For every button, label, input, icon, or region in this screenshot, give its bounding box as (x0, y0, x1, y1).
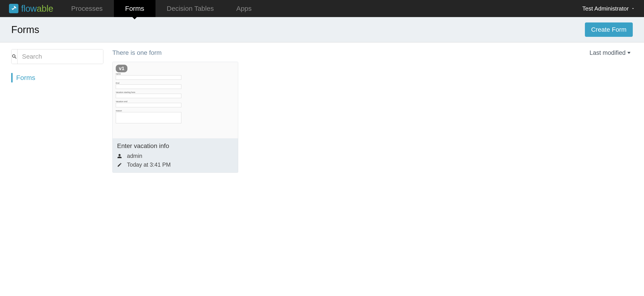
search-input[interactable] (18, 49, 103, 64)
results-count: There is one form (112, 49, 162, 56)
preview-field-box (116, 103, 181, 107)
nav-tab-decision-tables[interactable]: Decision Tables (156, 0, 225, 17)
brand-logo-icon (9, 4, 18, 13)
user-icon (117, 154, 127, 159)
user-menu-label: Test Administrator (582, 5, 629, 12)
top-navbar: flowable Processes Forms Decision Tables… (0, 0, 644, 17)
search-box (11, 49, 103, 64)
preview-field-box (116, 84, 181, 89)
preview-field-label: name (116, 73, 181, 75)
card-title: Enter vacation info (117, 142, 234, 150)
preview-field-box (116, 94, 181, 98)
card-preview-form: name End Vacation starting here Vacation… (116, 73, 181, 123)
content-top: There is one form Last modified (112, 49, 630, 56)
content: There is one form Last modified v1 name … (112, 42, 644, 179)
card-author: admin (127, 153, 142, 159)
pencil-icon (117, 162, 127, 167)
card-preview: v1 name End Vacation starting here Vacat… (112, 62, 238, 138)
preview-field-label: Vacation end (116, 100, 181, 103)
sort-dropdown-label: Last modified (590, 49, 626, 56)
nav-tabs: Processes Forms Decision Tables Apps (60, 0, 263, 17)
sort-dropdown[interactable]: Last modified (590, 49, 630, 56)
sidebar-filters: Forms (11, 73, 103, 82)
search-icon (12, 49, 18, 64)
brand[interactable]: flowable (0, 0, 60, 17)
preview-field-box (116, 75, 181, 80)
subheader: Forms Create Form (0, 17, 644, 42)
main: Forms There is one form Last modified v1… (0, 42, 644, 179)
preview-field-label: End (116, 82, 181, 84)
preview-field-label: Vacation starting here (116, 91, 181, 93)
nav-tab-forms[interactable]: Forms (114, 0, 156, 17)
card-meta: Enter vacation info admin Today at 3:41 … (112, 138, 238, 173)
user-menu[interactable]: Test Administrator (582, 0, 644, 17)
caret-down-icon (627, 52, 630, 54)
form-card[interactable]: v1 name End Vacation starting here Vacat… (112, 62, 238, 173)
card-modified-row: Today at 3:41 PM (117, 161, 234, 168)
chevron-down-icon (631, 5, 635, 12)
preview-field-box (116, 112, 181, 123)
brand-text-part1: flow (21, 3, 37, 14)
preview-field-label: reason (116, 110, 181, 112)
nav-tab-apps[interactable]: Apps (225, 0, 263, 17)
brand-text: flowable (21, 3, 53, 14)
version-badge: v1 (116, 65, 128, 72)
sidebar-filter-forms[interactable]: Forms (11, 73, 103, 82)
page-title: Forms (11, 24, 39, 35)
sidebar: Forms (0, 42, 112, 179)
brand-text-part2: able (37, 3, 53, 14)
card-author-row: admin (117, 153, 234, 159)
cards-grid: v1 name End Vacation starting here Vacat… (112, 62, 630, 173)
card-modified: Today at 3:41 PM (127, 161, 171, 168)
create-form-button[interactable]: Create Form (585, 22, 633, 37)
nav-tab-processes[interactable]: Processes (60, 0, 114, 17)
